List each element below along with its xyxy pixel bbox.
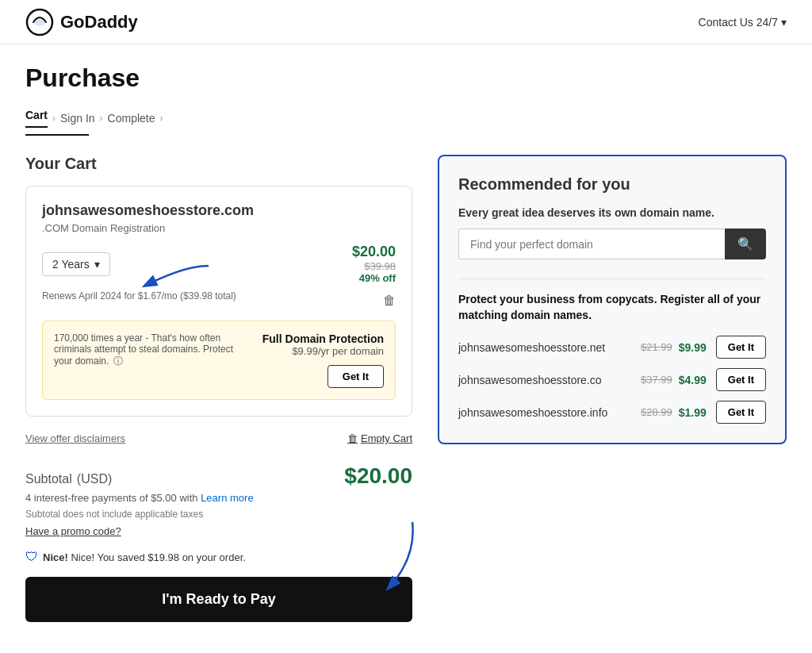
breadcrumb-signin[interactable]: Sign In bbox=[60, 112, 95, 125]
breadcrumb-chevron-1: › bbox=[52, 113, 56, 124]
price-column: $20.00 $39.98 49% off bbox=[352, 244, 396, 284]
info-icon: ⓘ bbox=[113, 355, 123, 367]
recommendations-search-subtitle: Every great idea deserves its own domain… bbox=[458, 206, 766, 219]
promo-code-link[interactable]: Have a promo code? bbox=[25, 525, 121, 537]
installment-text: 4 interest-free payments of $5.00 with L… bbox=[25, 492, 412, 504]
alt-price-current-0: $9.99 bbox=[679, 341, 707, 354]
year-select-dropdown[interactable]: 2 Years ▾ bbox=[42, 252, 110, 276]
alt-price-current-1: $4.99 bbox=[679, 374, 707, 386]
domain-search-input[interactable] bbox=[458, 229, 725, 259]
copycat-text: Protect your business from copycats. Reg… bbox=[458, 292, 766, 323]
contact-chevron-icon: ▾ bbox=[781, 16, 787, 29]
tax-text: Subtotal does not include applicable tax… bbox=[25, 509, 412, 520]
ready-to-pay-button[interactable]: I'm Ready to Pay bbox=[25, 577, 412, 622]
logo[interactable]: GoDaddy bbox=[25, 8, 138, 36]
subtotal-currency: (USD) bbox=[77, 472, 112, 486]
breadcrumb-chevron-2: › bbox=[100, 113, 103, 124]
original-price: $39.98 bbox=[352, 260, 396, 272]
domain-alt-prices-2: $28.99 $1.99 bbox=[641, 406, 707, 419]
get-it-button-2[interactable]: Get It bbox=[716, 401, 766, 424]
domain-alt-prices-0: $21.99 $9.99 bbox=[641, 341, 707, 354]
search-icon: 🔍 bbox=[737, 237, 753, 251]
domain-search-row: 🔍 bbox=[458, 229, 766, 259]
cart-actions: View offer disclaimers 🗑 Empty Cart bbox=[25, 432, 412, 444]
content-grid: Your Cart johnsawesomeshoesstore.com .CO… bbox=[25, 155, 787, 622]
trash-icon-small: 🗑 bbox=[347, 432, 358, 444]
alt-price-original-2: $28.99 bbox=[641, 406, 672, 418]
empty-cart-label: Empty Cart bbox=[361, 432, 412, 444]
domain-alt-row-0: johnsawesomeshoesstore.net $21.99 $9.99 … bbox=[458, 336, 766, 359]
empty-cart-button[interactable]: 🗑 Empty Cart bbox=[347, 432, 412, 444]
year-select-container: 2 Years ▾ bbox=[42, 252, 110, 276]
breadcrumb-chevron-3: › bbox=[160, 113, 163, 124]
protection-title: Full Domain Protection bbox=[257, 332, 384, 345]
cart-years-price-row: 2 Years ▾ $20.00 $39.98 49% off bbox=[42, 244, 396, 284]
contact-us-text: Contact Us 24/7 bbox=[699, 16, 778, 29]
year-select-chevron-icon: ▾ bbox=[94, 258, 100, 271]
header: GoDaddy Contact Us 24/7 ▾ bbox=[0, 0, 812, 44]
subtotal-label-text: Subtotal bbox=[25, 472, 72, 486]
view-disclaimer-link[interactable]: View offer disclaimers bbox=[25, 432, 125, 444]
your-cart-title: Your Cart bbox=[25, 155, 412, 173]
cart-domain-name: johnsawesomeshoesstore.com bbox=[42, 202, 396, 219]
alt-price-current-2: $1.99 bbox=[679, 406, 707, 419]
domain-alt-prices-1: $37.99 $4.99 bbox=[641, 374, 707, 386]
domain-protection-warning: 170,000 times a year - That's how often … bbox=[42, 321, 396, 400]
renewal-text: Renews April 2024 for $1.67/mo ($39.98 t… bbox=[42, 290, 236, 302]
subtotal-row: Subtotal (USD) $20.00 bbox=[25, 463, 412, 489]
subtotal-section: Subtotal (USD) $20.00 4 interest-free pa… bbox=[25, 463, 412, 537]
recommendations-title: Recommended for you bbox=[458, 175, 766, 194]
logo-text: GoDaddy bbox=[60, 12, 138, 33]
alt-price-original-0: $21.99 bbox=[641, 341, 672, 353]
get-protection-button[interactable]: Get It bbox=[327, 365, 384, 388]
breadcrumb: Cart › Sign In › Complete › bbox=[25, 109, 787, 128]
savings-shield-icon: 🛡 bbox=[25, 550, 38, 564]
learn-more-link[interactable]: Learn more bbox=[201, 492, 253, 504]
godaddy-logo-icon bbox=[25, 8, 54, 36]
get-it-button-1[interactable]: Get It bbox=[716, 368, 766, 391]
subtotal-label: Subtotal (USD) bbox=[25, 467, 112, 488]
recommendations-card: Recommended for you Every great idea des… bbox=[438, 155, 787, 444]
subtotal-price: $20.00 bbox=[344, 463, 412, 489]
domain-search-button[interactable]: 🔍 bbox=[725, 229, 766, 259]
savings-banner: 🛡 Nice! Nice! You saved $19.98 on your o… bbox=[25, 550, 412, 564]
divider-1 bbox=[458, 278, 766, 279]
domain-alt-name-1: johnsawesomeshoesstore.co bbox=[458, 374, 641, 386]
domain-alt-name-2: johnsawesomeshoesstore.info bbox=[458, 406, 641, 419]
page-title: Purchase bbox=[25, 63, 787, 93]
installment-text-content: 4 interest-free payments of $5.00 with bbox=[25, 492, 198, 504]
domain-alt-name-0: johnsawesomeshoesstore.net bbox=[458, 341, 641, 354]
domain-alt-row-1: johnsawesomeshoesstore.co $37.99 $4.99 G… bbox=[458, 368, 766, 391]
right-column: Recommended for you Every great idea des… bbox=[438, 155, 787, 622]
savings-text: Nice! Nice! You saved $19.98 on your ord… bbox=[43, 551, 246, 563]
cart-card: johnsawesomeshoesstore.com .COM Domain R… bbox=[25, 186, 412, 417]
current-price: $20.00 bbox=[352, 244, 396, 260]
domain-alt-row-2: johnsawesomeshoesstore.info $28.99 $1.99… bbox=[458, 401, 766, 424]
year-select-value: 2 Years bbox=[52, 258, 90, 271]
delete-item-icon[interactable]: 🗑 bbox=[383, 294, 396, 308]
breadcrumb-complete[interactable]: Complete bbox=[108, 112, 155, 125]
alt-price-original-1: $37.99 bbox=[641, 374, 672, 386]
warning-message: 170,000 times a year - That's how often … bbox=[54, 332, 244, 368]
main-content: Purchase Cart › Sign In › Complete › You… bbox=[0, 44, 812, 641]
contact-us-button[interactable]: Contact Us 24/7 ▾ bbox=[699, 16, 787, 29]
cart-domain-type: .COM Domain Registration bbox=[42, 222, 396, 234]
protection-offer: Full Domain Protection $9.99/yr per doma… bbox=[257, 332, 384, 388]
discount-badge: 49% off bbox=[352, 272, 396, 284]
protection-price: $9.99/yr per domain bbox=[257, 345, 384, 357]
get-it-button-0[interactable]: Get It bbox=[716, 336, 766, 359]
breadcrumb-cart[interactable]: Cart bbox=[25, 109, 48, 128]
breadcrumb-underline bbox=[25, 134, 89, 136]
left-column: Your Cart johnsawesomeshoesstore.com .CO… bbox=[25, 155, 412, 622]
warning-text-content: 170,000 times a year - That's how often … bbox=[54, 332, 233, 367]
domain-alt-list: johnsawesomeshoesstore.net $21.99 $9.99 … bbox=[458, 336, 766, 424]
savings-text-content: Nice! You saved $19.98 on your order. bbox=[71, 551, 245, 563]
